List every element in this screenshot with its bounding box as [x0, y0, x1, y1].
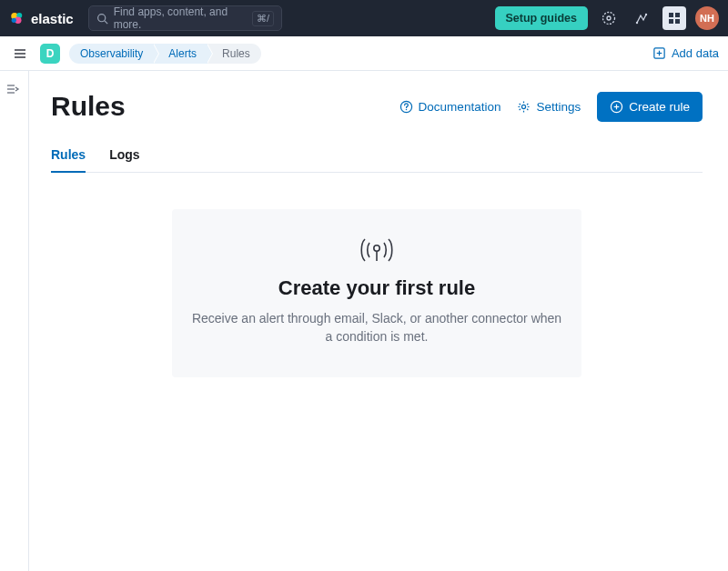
sidebar-expand-icon[interactable] [5, 82, 24, 100]
page-main: Rules Documentation Settings Create rule… [29, 71, 728, 571]
svg-point-8 [636, 22, 638, 24]
collapsed-sidebar [0, 71, 29, 571]
empty-description: Receive an alert through email, Slack, o… [190, 309, 563, 346]
documentation-link[interactable]: Documentation [399, 100, 501, 114]
elastic-logo-icon [9, 10, 25, 26]
add-data-button[interactable]: Add data [652, 46, 719, 60]
apps-icon[interactable] [662, 6, 686, 30]
help-circle-icon [399, 100, 413, 114]
sub-header: D Observability Alerts Rules Add data [0, 36, 728, 71]
global-search-wrap: Find apps, content, and more. ⌘/ [88, 5, 282, 31]
tabs: Rules Logs [51, 142, 703, 173]
global-search[interactable]: Find apps, content, and more. ⌘/ [88, 5, 282, 31]
brand-logo[interactable]: elastic [9, 10, 74, 26]
tab-logs[interactable]: Logs [109, 142, 139, 172]
documentation-label: Documentation [419, 100, 501, 114]
search-kbd-hint: ⌘/ [252, 11, 274, 26]
settings-label: Settings [536, 100, 581, 114]
svg-point-6 [603, 13, 615, 25]
page-layout: Rules Documentation Settings Create rule… [0, 71, 728, 571]
svg-rect-10 [669, 13, 673, 17]
broadcast-icon [190, 236, 563, 264]
plus-circle-icon [610, 100, 623, 114]
global-header: elastic Find apps, content, and more. ⌘/… [0, 0, 728, 36]
add-data-icon [652, 46, 666, 60]
svg-line-5 [105, 20, 107, 23]
svg-point-4 [97, 14, 105, 21]
create-rule-label: Create rule [629, 100, 690, 114]
svg-point-7 [607, 16, 611, 20]
svg-rect-13 [675, 19, 680, 24]
add-data-label: Add data [672, 46, 719, 60]
breadcrumb-alerts[interactable]: Alerts [154, 44, 207, 64]
setup-guides-button[interactable]: Setup guides [495, 6, 588, 30]
create-rule-button[interactable]: Create rule [597, 92, 703, 122]
svg-point-29 [374, 245, 379, 251]
nav-toggle-icon[interactable] [9, 43, 31, 65]
tab-rules[interactable]: Rules [51, 142, 86, 173]
space-selector[interactable]: D [40, 44, 60, 64]
user-avatar[interactable]: NH [695, 6, 719, 30]
page-header: Rules Documentation Settings Create rule [51, 91, 703, 122]
svg-rect-11 [675, 13, 680, 17]
breadcrumb: Observability Alerts Rules [69, 44, 261, 64]
help-icon[interactable] [597, 6, 621, 30]
gear-icon [517, 100, 531, 114]
svg-point-3 [12, 18, 16, 23]
empty-title: Create your first rule [190, 276, 563, 300]
settings-link[interactable]: Settings [517, 100, 581, 114]
brand-name: elastic [31, 11, 74, 26]
search-icon [96, 13, 108, 25]
svg-rect-12 [669, 19, 673, 24]
svg-point-9 [645, 14, 647, 15]
breadcrumb-rules: Rules [207, 44, 261, 64]
svg-point-25 [522, 105, 526, 108]
search-placeholder: Find apps, content, and more. [114, 5, 247, 31]
breadcrumb-observability[interactable]: Observability [69, 44, 154, 64]
empty-state: Create your first rule Receive an alert … [172, 209, 581, 377]
page-actions: Documentation Settings Create rule [399, 92, 703, 122]
page-title: Rules [51, 91, 126, 122]
newsfeed-icon[interactable] [630, 6, 653, 30]
svg-point-24 [405, 108, 407, 110]
